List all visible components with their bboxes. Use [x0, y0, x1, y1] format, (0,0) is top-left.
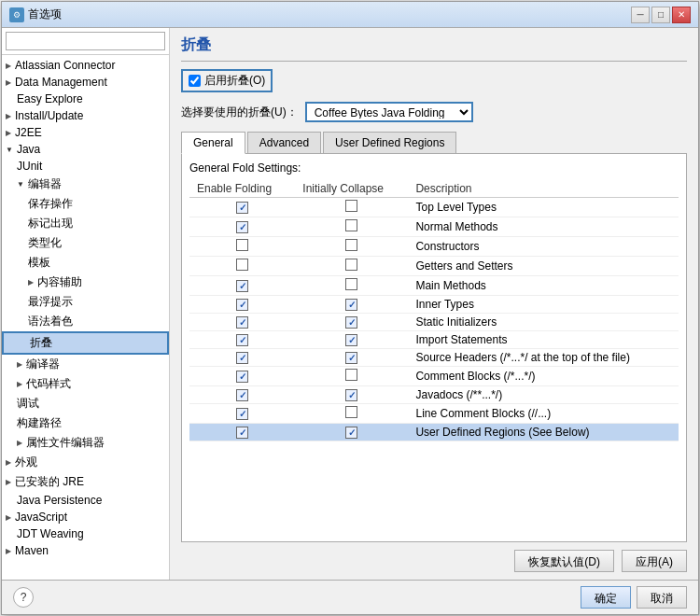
enable-folding-cell — [189, 217, 295, 237]
tree-item-buildpath[interactable]: 构建路径 — [2, 413, 169, 433]
tree-item-codestyle[interactable]: ▶ 代码样式 — [2, 374, 169, 394]
initially-collapse-checkbox[interactable] — [345, 427, 357, 439]
arrow-icon: ▶ — [6, 129, 11, 137]
initially-collapse-checkbox[interactable] — [345, 406, 357, 418]
tree-item-atlassian[interactable]: ▶ Atlassian Connector — [2, 57, 169, 74]
enable-folding-checkbox[interactable] — [236, 389, 248, 401]
enable-folding-checkbox[interactable] — [236, 334, 248, 346]
close-button[interactable]: ✕ — [672, 7, 691, 23]
main-content: ▶ Atlassian Connector ▶ Data Management … — [2, 28, 698, 580]
arrow-icon: ▶ — [6, 478, 11, 486]
tree-item-propeditor[interactable]: ▶ 属性文件编辑器 — [2, 433, 169, 453]
enable-folding-checkbox[interactable] — [236, 202, 248, 214]
initially-collapse-checkbox[interactable] — [345, 369, 357, 381]
tree-item-java[interactable]: ▼ Java — [2, 141, 169, 158]
tree-item-saveop[interactable]: 保存操作 — [2, 194, 169, 214]
description-cell: Static Initializers — [408, 314, 679, 331]
initially-collapse-checkbox[interactable] — [345, 200, 357, 212]
maximize-button[interactable]: □ — [651, 7, 670, 23]
tree-item-install[interactable]: ▶ Install/Update — [2, 107, 169, 124]
tree-item-installedjre[interactable]: ▶ 已安装的 JRE — [2, 472, 169, 492]
tree-item-datamanagement[interactable]: ▶ Data Management — [2, 74, 169, 91]
initially-collapse-cell — [295, 386, 408, 404]
tree-item-compiler[interactable]: ▶ 编译器 — [2, 355, 169, 374]
table-row: Source Headers (/*...*/ at the top of th… — [189, 349, 679, 367]
enable-folding-label[interactable]: 启用折叠(O) — [181, 69, 273, 92]
initially-collapse-checkbox[interactable] — [345, 316, 357, 329]
enable-folding-checkbox[interactable] — [189, 75, 201, 87]
enable-folding-checkbox[interactable] — [236, 280, 248, 292]
help-button[interactable]: ? — [13, 587, 34, 608]
enable-folding-checkbox[interactable] — [236, 259, 248, 271]
tree-item-markoccur[interactable]: 标记出现 — [2, 214, 169, 233]
initially-collapse-cell — [295, 314, 408, 331]
tree-item-j2ee[interactable]: ▶ J2EE — [2, 124, 169, 141]
minimize-button[interactable]: ─ — [631, 7, 650, 23]
tree-item-jdtweaving[interactable]: JDT Weaving — [2, 525, 169, 542]
tree-item-javapersistence[interactable]: Java Persistence — [2, 492, 169, 509]
enable-folding-checkbox[interactable] — [236, 239, 248, 251]
tab-userdefined[interactable]: User Defined Regions — [323, 132, 456, 153]
initially-collapse-checkbox[interactable] — [345, 259, 357, 271]
initially-collapse-cell — [295, 296, 408, 314]
tree-item-syntax[interactable]: 语法着色 — [2, 312, 169, 331]
arrow-icon: ▼ — [6, 146, 13, 154]
tree-item-template[interactable]: 模板 — [2, 253, 169, 273]
tree-item-hover[interactable]: 最浮提示 — [2, 292, 169, 312]
table-row: Getters and Setters — [189, 257, 679, 276]
enable-folding-cell — [189, 198, 295, 217]
enable-folding-checkbox[interactable] — [236, 299, 248, 311]
restore-defaults-button[interactable]: 恢复默认值(D) — [514, 550, 614, 572]
tree-item-typecast[interactable]: 类型化 — [2, 233, 169, 253]
initially-collapse-checkbox[interactable] — [345, 299, 357, 311]
initially-collapse-checkbox[interactable] — [345, 352, 357, 364]
arrow-icon: ▼ — [17, 180, 24, 189]
initially-collapse-checkbox[interactable] — [345, 278, 357, 290]
tree-item-contentassist[interactable]: ▶ 内容辅助 — [2, 273, 169, 292]
description-cell: Javadocs (/**...*/) — [408, 386, 679, 404]
tab-advanced[interactable]: Advanced — [247, 132, 321, 153]
tree-item-editor[interactable]: ▼ 编辑器 — [2, 175, 169, 194]
initially-collapse-cell — [295, 367, 408, 386]
initially-collapse-checkbox[interactable] — [345, 239, 357, 251]
arrow-icon: ▶ — [17, 360, 22, 369]
enable-folding-checkbox[interactable] — [236, 316, 248, 329]
tab-content-general: General Fold Settings: Enable Folding In… — [181, 154, 687, 542]
ok-button[interactable]: 确定 — [581, 586, 631, 609]
initially-collapse-checkbox[interactable] — [345, 334, 357, 346]
initially-collapse-checkbox[interactable] — [345, 219, 357, 231]
tree-item-javascript[interactable]: ▶ JavaScript — [2, 509, 169, 525]
initially-collapse-checkbox[interactable] — [345, 389, 357, 401]
settings-section-label: General Fold Settings: — [189, 161, 679, 175]
tree-item-maven[interactable]: ▶ Maven — [2, 542, 169, 559]
col-enable: Enable Folding — [189, 180, 295, 198]
enable-folding-checkbox[interactable] — [236, 371, 248, 383]
cancel-button[interactable]: 取消 — [637, 586, 687, 609]
initially-collapse-cell — [295, 424, 408, 441]
table-row: Static Initializers — [189, 314, 679, 331]
title-bar: ⚙ 首选项 ─ □ ✕ — [2, 2, 698, 28]
arrow-icon: ▶ — [6, 112, 11, 120]
confirm-buttons: 确定 取消 — [581, 586, 687, 609]
tree-item-debug[interactable]: 调试 — [2, 394, 169, 413]
search-box — [2, 28, 169, 55]
description-cell: Inner Types — [408, 296, 679, 314]
initially-collapse-cell — [295, 349, 408, 367]
tab-general[interactable]: General — [181, 132, 245, 154]
enable-folding-checkbox[interactable] — [236, 221, 248, 233]
enable-folding-checkbox[interactable] — [236, 427, 248, 439]
tree-item-folding[interactable]: 折叠 — [2, 331, 169, 355]
apply-button[interactable]: 应用(A) — [622, 550, 687, 572]
tree-item-junit[interactable]: JUnit — [2, 158, 169, 175]
folding-dropdown[interactable]: Coffee Bytes Java Folding — [305, 102, 473, 122]
description-cell: User Defined Regions (See Below) — [408, 424, 679, 441]
initially-collapse-cell — [295, 198, 408, 217]
search-input[interactable] — [6, 32, 165, 50]
tree-item-easyexplore[interactable]: Easy Explore — [2, 91, 169, 107]
enable-folding-checkbox[interactable] — [236, 408, 248, 420]
description-cell: Source Headers (/*...*/ at the top of th… — [408, 349, 679, 367]
tree-item-appearance[interactable]: ▶ 外观 — [2, 453, 169, 472]
left-panel: ▶ Atlassian Connector ▶ Data Management … — [2, 28, 170, 580]
enable-folding-checkbox[interactable] — [236, 352, 248, 364]
table-row: Main Methods — [189, 276, 679, 296]
